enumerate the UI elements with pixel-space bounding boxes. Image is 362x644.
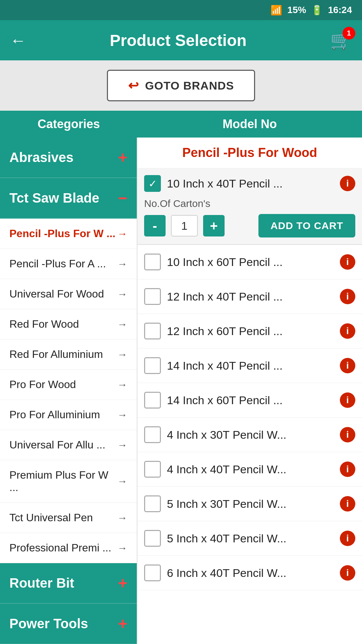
product-info-button[interactable]: i [340,358,355,373]
right-column: Pencil -Plus For Wood ✓ 10 Inch x 40T Pe… [137,138,362,644]
category-power-tools[interactable]: Power Tools + [0,604,137,644]
product-name: 4 Inch x 40T Pencil W... [167,463,334,476]
goto-arrow-icon: ↩ [128,78,139,93]
product-row[interactable]: 12 Inch x 40T Pencil ... i [137,279,362,314]
product-name: 5 Inch x 40T Pencil W... [167,532,334,545]
product-checkbox[interactable] [144,461,161,478]
product-row[interactable]: 6 Inch x 40T Pencil W... i [137,556,362,590]
sub-item-label: Pencil -Plus For A ... [9,258,106,270]
sub-item-universal-wood[interactable]: Universal For Wood → [0,279,137,309]
sub-item-arrow-icon: → [117,379,127,390]
product-info-button[interactable]: i [340,289,355,304]
sub-item-universal-allu[interactable]: Universal For Allu ... → [0,430,137,460]
sub-item-arrow-icon: → [117,409,127,421]
goto-brands-button[interactable]: ↩ GOTO BRANDS [107,70,255,101]
selected-info-button[interactable]: i [340,176,355,191]
product-checkbox[interactable] [144,323,161,339]
product-name: 10 Inch x 60T Pencil ... [167,256,334,269]
product-name: 12 Inch x 60T Pencil ... [167,325,334,338]
product-checkbox[interactable] [144,288,161,305]
sub-item-arrow-icon: → [117,439,127,451]
product-name: 12 Inch x 40T Pencil ... [167,290,334,303]
product-info-button[interactable]: i [340,323,355,339]
product-row[interactable]: 4 Inch x 30T Pencil W... i [137,418,362,452]
quantity-input[interactable] [171,215,198,236]
product-row[interactable]: 4 Inch x 40T Pencil W... i [137,452,362,487]
model-no-header: Model No [137,111,362,138]
sub-item-arrow-icon: → [117,542,127,554]
sub-item-pencil-plus-allu[interactable]: Pencil -Plus For A ... → [0,249,137,279]
abrasives-expand-icon: + [118,148,127,167]
cart-button[interactable]: 🛒 1 [330,30,352,51]
status-bar: 📶 15% 🔋 16:24 [0,0,362,20]
carton-controls: - + ADD TO CART [144,214,355,237]
selected-product-name: 10 Inch x 40T Pencil ... [167,177,334,190]
product-row[interactable]: 14 Inch x 40T Pencil ... i [137,348,362,383]
product-info-button[interactable]: i [340,427,355,442]
product-checkbox[interactable] [144,565,161,581]
sub-item-arrow-icon: → [117,228,127,239]
quantity-minus-button[interactable]: - [144,215,166,236]
product-row[interactable]: 14 Inch x 60T Pencil ... i [137,383,362,418]
product-name: 14 Inch x 60T Pencil ... [167,394,334,407]
sub-item-professional-premi[interactable]: Professional Premi ... → [0,533,137,563]
carton-label: No.Of Carton's [144,198,355,209]
sub-item-label: Universal For Wood [9,288,104,300]
product-info-button[interactable]: i [340,565,355,581]
product-checkbox[interactable] [144,426,161,443]
sub-item-label: Pro For Alluminium [9,409,100,421]
sub-item-red-alluminium[interactable]: Red For Alluminium → [0,339,137,370]
product-info-button[interactable]: i [340,531,355,546]
battery-text: 15% [287,5,306,15]
product-row[interactable]: 5 Inch x 30T Pencil W... i [137,487,362,521]
category-router-bit[interactable]: Router Bit + [0,563,137,604]
product-info-button[interactable]: i [340,462,355,477]
quantity-plus-button[interactable]: + [203,215,225,236]
category-abrasives[interactable]: Abrasives + [0,138,137,178]
two-col-layout: Abrasives + Tct Saw Blade − Pencil -Plus… [0,138,362,644]
categories-header: Categories [0,111,137,138]
product-checkbox[interactable] [144,530,161,547]
back-button[interactable]: ← [10,31,26,50]
sub-item-pro-alluminium[interactable]: Pro For Alluminium → [0,400,137,430]
power-tools-expand-icon: + [118,614,127,633]
selected-checkbox[interactable]: ✓ [144,175,161,192]
sub-item-arrow-icon: → [117,512,127,524]
category-tct-saw-blade[interactable]: Tct Saw Blade − [0,178,137,219]
sub-item-label: Premium Plus For W ... [9,469,117,494]
sub-item-red-wood[interactable]: Red For Wood → [0,309,137,339]
product-info-button[interactable]: i [340,254,355,270]
selected-product-row: ✓ 10 Inch x 40T Pencil ... i [144,175,355,192]
product-checkbox[interactable] [144,357,161,374]
category-abrasives-label: Abrasives [9,150,73,165]
product-checkbox[interactable] [144,392,161,409]
time-display: 16:24 [328,5,352,15]
status-icons: 📶 15% 🔋 16:24 [270,5,352,16]
goto-brands-label: GOTO BRANDS [145,79,234,92]
sub-item-tct-universal-pen[interactable]: Tct Universal Pen → [0,503,137,533]
product-row[interactable]: 12 Inch x 60T Pencil ... i [137,314,362,348]
sub-item-label: Red For Wood [9,318,79,330]
product-row[interactable]: 5 Inch x 40T Pencil W... i [137,521,362,556]
product-info-button[interactable]: i [340,392,355,408]
sub-item-label: Professional Premi ... [9,542,111,554]
page-title: Product Selection [110,31,246,50]
sub-item-premium-plus[interactable]: Premium Plus For W ... → [0,460,137,503]
selected-product-section: ✓ 10 Inch x 40T Pencil ... i No.Of Carto… [137,168,362,245]
sub-item-label: Pencil -Plus For W ... [9,227,115,240]
sub-item-arrow-icon: → [117,476,127,487]
cart-badge: 1 [343,27,355,40]
product-checkbox[interactable] [144,495,161,512]
header: ← Product Selection 🛒 1 [0,20,362,60]
sub-item-pro-wood[interactable]: Pro For Wood → [0,370,137,400]
product-checkbox[interactable] [144,254,161,270]
columns-header: Categories Model No [0,111,362,138]
product-name: 4 Inch x 30T Pencil W... [167,428,334,441]
sub-item-pencil-plus-wood[interactable]: Pencil -Plus For W ... → [0,219,137,249]
product-row[interactable]: 10 Inch x 60T Pencil ... i [137,245,362,279]
category-router-bit-label: Router Bit [9,576,74,591]
sub-item-arrow-icon: → [117,349,127,360]
product-info-button[interactable]: i [340,496,355,512]
add-to-cart-button[interactable]: ADD TO CART [258,214,355,237]
category-power-tools-label: Power Tools [9,616,88,631]
